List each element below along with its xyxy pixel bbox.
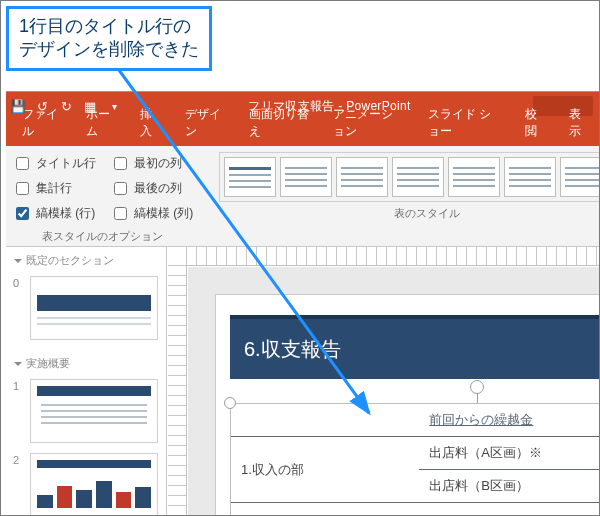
chk-last-col[interactable]: 最後の列 (110, 179, 193, 198)
annotation-callout: 1行目のタイトル行の デザインを削除できた (6, 6, 212, 71)
cell[interactable]: 収入合計 (419, 503, 599, 517)
workspace: 既定のセクション 0 実施概要 1 2 3 (6, 247, 599, 516)
powerpoint-window: 💾 ↺ ↻ ▦ ▾ フリマ収支報告 - PowerPoint ファイル ホーム … (6, 91, 599, 515)
chk-title-row[interactable]: タイトル行 (12, 154, 96, 173)
chk-label: 縞模様 (行) (36, 205, 95, 222)
undo-icon[interactable]: ↺ (30, 94, 54, 118)
ruler-horizontal (186, 247, 599, 266)
thumb-number: 1 (13, 380, 19, 392)
chk-label: タイトル行 (36, 155, 96, 172)
style-thumb[interactable] (336, 157, 388, 197)
tab-transitions[interactable]: 画面切り替え (239, 101, 319, 146)
tab-design[interactable]: デザイン (175, 101, 235, 146)
group-caption: 表のスタイル (394, 206, 460, 221)
cell[interactable]: 1.収入の部 (231, 437, 419, 503)
style-thumb[interactable] (560, 157, 600, 197)
qat-more-icon[interactable]: ▾ (102, 94, 126, 118)
section-header[interactable]: 既定のセクション (6, 247, 166, 272)
style-thumb[interactable] (504, 157, 556, 197)
tab-animations[interactable]: アニメーション (323, 101, 413, 146)
slide[interactable]: 6.収支報告 前回からの繰越金 1.収入の部出店料（A区画）※ 出店料（B区画）… (216, 295, 599, 516)
income-table[interactable]: 前回からの繰越金 1.収入の部出店料（A区画）※ 出店料（B区画） 収入合計 (231, 404, 599, 516)
thumb-number: 2 (13, 454, 19, 466)
style-thumb[interactable] (448, 157, 500, 197)
style-thumb[interactable] (224, 157, 276, 197)
slide-canvas[interactable]: 6.収支報告 前回からの繰越金 1.収入の部出店料（A区画）※ 出店料（B区画）… (188, 267, 599, 516)
style-thumb[interactable] (392, 157, 444, 197)
resize-handle[interactable] (224, 397, 236, 409)
chk-label: 縞模様 (列) (134, 205, 193, 222)
group-caption: 表スタイルのオプション (42, 229, 163, 244)
chk-label: 最初の列 (134, 155, 182, 172)
callout-line1: 1行目のタイトル行の (19, 16, 191, 36)
slide-title[interactable]: 6.収支報告 (230, 315, 599, 379)
cell[interactable]: 前回からの繰越金 (419, 404, 599, 437)
table-row: 前回からの繰越金 (231, 404, 599, 437)
style-thumb[interactable] (280, 157, 332, 197)
table-row: 1.収入の部出店料（A区画）※ (231, 437, 599, 470)
ribbon-body: タイトル行 最初の列 集計行 最後の列 縞模様 (行) 縞模様 (列) 表スタイ… (6, 146, 599, 247)
tab-insert[interactable]: 挿入 (130, 101, 170, 146)
slide-thumb-0[interactable]: 0 (30, 276, 158, 340)
chk-first-col[interactable]: 最初の列 (110, 154, 193, 173)
save-icon[interactable]: 💾 (6, 94, 30, 118)
cell[interactable]: 出店料（A区画）※ (419, 437, 599, 470)
slide-thumb-1[interactable]: 1 (30, 379, 158, 443)
ruler-vertical (168, 265, 187, 516)
chk-banded-cols[interactable]: 縞模様 (列) (110, 204, 193, 223)
table-row: 収入合計 (231, 503, 599, 517)
chk-label: 最後の列 (134, 180, 182, 197)
tab-review[interactable]: 校閲 (515, 101, 555, 146)
section-header[interactable]: 実施概要 (6, 350, 166, 375)
chk-label: 集計行 (36, 180, 72, 197)
slide-panel[interactable]: 既定のセクション 0 実施概要 1 2 3 (6, 247, 167, 516)
cell[interactable]: 出店料（B区画） (419, 470, 599, 503)
rotate-handle[interactable] (470, 380, 484, 394)
tab-slideshow[interactable]: スライド ショー (418, 101, 511, 146)
thumb-number: 0 (13, 277, 19, 289)
ribbon-tabs: ファイル ホーム 挿入 デザイン 画面切り替え アニメーション スライド ショー… (6, 120, 599, 146)
start-show-icon[interactable]: ▦ (78, 94, 102, 118)
callout-line2: デザインを削除できた (19, 39, 199, 59)
slide-thumb-2[interactable]: 2 (30, 453, 158, 516)
chk-total-row[interactable]: 集計行 (12, 179, 96, 198)
table-object[interactable]: 前回からの繰越金 1.収入の部出店料（A区画）※ 出店料（B区画） 収入合計 (230, 403, 599, 516)
redo-icon[interactable]: ↻ (54, 94, 78, 118)
tab-view[interactable]: 表示 (559, 101, 599, 146)
chk-banded-rows[interactable]: 縞模様 (行) (12, 204, 96, 223)
group-style-options: タイトル行 最初の列 集計行 最後の列 縞模様 (行) 縞模様 (列) 表スタイ… (12, 152, 193, 244)
group-table-styles: ▴▾▿ 表のスタイル (219, 152, 600, 244)
style-gallery[interactable]: ▴▾▿ (219, 152, 600, 202)
